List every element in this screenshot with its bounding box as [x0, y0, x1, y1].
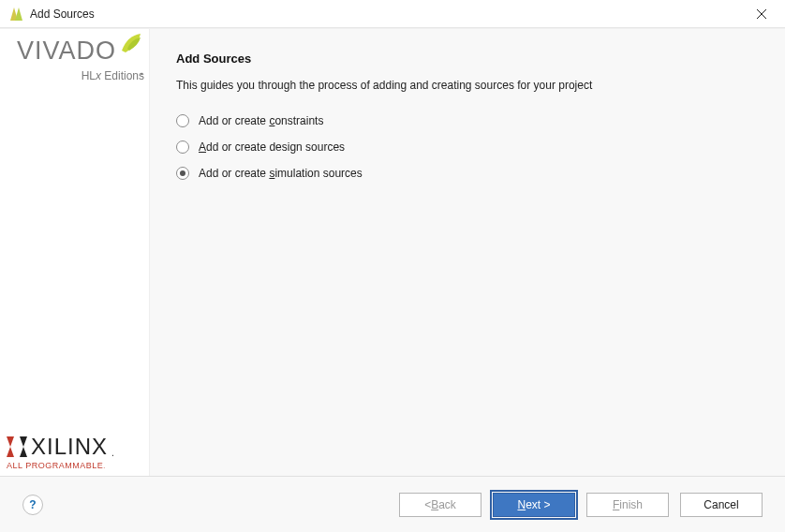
vivado-wordmark: VIVADO	[17, 37, 116, 66]
content-panel: Add Sources This guides you through the …	[150, 29, 785, 476]
vivado-edition: HLx Editions	[5, 69, 144, 82]
close-icon	[757, 9, 766, 19]
page-description: This guides you through the process of a…	[176, 79, 763, 92]
next-button[interactable]: Next >	[493, 493, 575, 517]
option-simulation-sources[interactable]: Add or create simulation sources	[176, 167, 763, 180]
branding-panel: VIVADO . HLx Editions	[0, 29, 150, 476]
close-button[interactable]	[748, 0, 776, 28]
svg-marker-2	[7, 436, 14, 457]
app-icon	[9, 7, 24, 22]
option-constraints[interactable]: Add or create constraints	[176, 114, 763, 127]
option-design-sources[interactable]: Add or create design sources	[176, 140, 763, 154]
finish-button[interactable]: Finish	[586, 493, 669, 517]
cancel-button[interactable]: Cancel	[680, 493, 763, 517]
option-label: Add or create design sources	[199, 140, 345, 154]
option-label: Add or create simulation sources	[199, 167, 363, 180]
page-heading: Add Sources	[176, 52, 763, 66]
radio-icon	[176, 114, 189, 127]
xilinx-logo: XILINX . ALL PROGRAMMABLE.	[5, 434, 144, 470]
xilinx-logo-row: XILINX .	[7, 434, 144, 460]
window-title: Add Sources	[30, 7, 95, 21]
radio-icon	[176, 167, 189, 180]
xilinx-mark-icon	[7, 436, 27, 457]
radio-icon	[176, 140, 189, 154]
xilinx-tagline: ALL PROGRAMMABLE.	[7, 461, 144, 470]
titlebar: Add Sources	[0, 0, 785, 28]
option-label: Add or create constraints	[199, 114, 323, 127]
xilinx-wordmark: XILINX	[31, 434, 108, 460]
svg-marker-3	[20, 436, 27, 457]
xilinx-dot: .	[111, 448, 114, 458]
footer: ? < Back Next > Finish Cancel	[0, 476, 785, 532]
dialog-body: VIVADO . HLx Editions	[0, 28, 785, 476]
back-button[interactable]: < Back	[399, 493, 481, 517]
help-icon: ?	[29, 498, 36, 511]
source-type-options: Add or create constraints Add or create …	[176, 114, 763, 180]
vivado-logo: VIVADO . HLx Editions	[5, 37, 144, 82]
vivado-logo-row: VIVADO	[5, 37, 144, 66]
help-button[interactable]: ?	[22, 495, 43, 515]
vivado-leaf-icon	[118, 30, 144, 56]
